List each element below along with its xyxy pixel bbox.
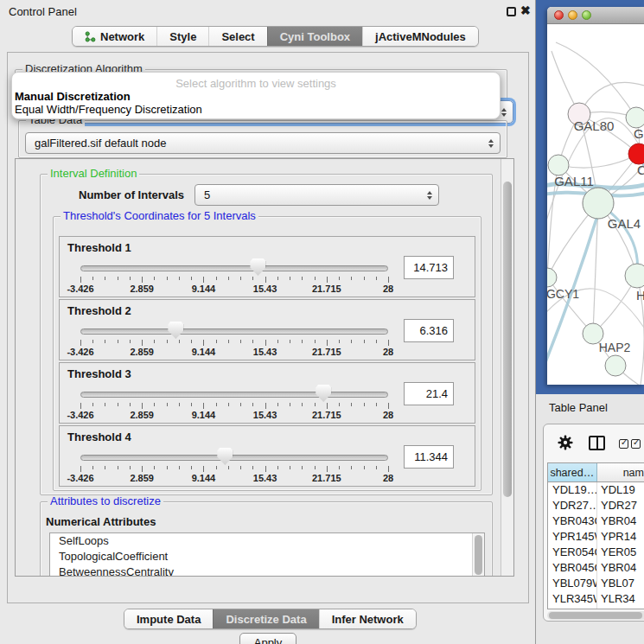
attribute-items: SelfLoopsTopologicalCoefficientBetweenne… [50, 533, 484, 577]
tab-infer-network[interactable]: Infer Network [319, 609, 416, 628]
threshold-label: Threshold 1 [67, 241, 131, 254]
cell-shared-name[interactable]: YBL079W [548, 576, 597, 591]
float-window-icon[interactable] [507, 7, 516, 16]
cell-shared-name[interactable]: YDL19… [548, 482, 597, 498]
cell-name[interactable]: YDR27 [597, 498, 644, 513]
number-of-intervals-combobox[interactable]: 5 [194, 184, 439, 206]
attribute-list-scrollbar[interactable] [472, 533, 484, 577]
network-window-titlebar[interactable] [547, 7, 644, 24]
table-row[interactable]: YDL19…YDL19 [548, 482, 644, 498]
algorithm-option-equal-width-frequency-discretization[interactable]: Equal Width/Frequency Discretization [12, 103, 500, 116]
cell-name[interactable]: YER05 [597, 545, 644, 560]
apply-button[interactable]: Apply [239, 633, 296, 644]
close-traffic-light-icon[interactable] [554, 10, 564, 20]
algorithm-option-manual-discretization[interactable]: Manual Discretization [12, 90, 500, 103]
column-header-shared-name[interactable]: shared… [548, 463, 597, 481]
slider-tick [277, 403, 278, 406]
table-row[interactable]: YLR345WYLR34 [548, 591, 644, 607]
cell-shared-name[interactable]: YBR043C [548, 513, 597, 529]
slider-tick-label: 9.144 [192, 410, 216, 420]
attribute-item-betweennesscentrality[interactable]: BetweennessCentrality [50, 564, 484, 577]
cell-shared-name[interactable]: YBR045C [548, 560, 597, 576]
table-horizontal-scrollbar[interactable] [547, 611, 644, 620]
network-node[interactable] [548, 155, 569, 175]
close-icon[interactable]: ✖ [520, 3, 531, 17]
table-row[interactable]: YIL052CYIL05 [548, 607, 644, 609]
network-node[interactable] [547, 268, 557, 287]
threshold-label: Threshold 2 [67, 304, 131, 317]
threshold-slider-thumb[interactable] [250, 258, 265, 276]
network-edge[interactable] [558, 154, 639, 168]
slider-tick [277, 466, 278, 469]
cell-shared-name[interactable]: YPR145W [548, 529, 597, 545]
panel-vertical-scrollbar[interactable] [501, 159, 513, 576]
cell-shared-name[interactable]: YER054C [548, 545, 597, 560]
network-node-label: HAP2 [599, 341, 631, 354]
threshold-value-field[interactable]: 6.316 [404, 319, 454, 342]
table-row[interactable]: YBR045CYBR04 [548, 560, 644, 576]
minimize-traffic-light-icon[interactable] [568, 10, 577, 20]
combo-stepper-icon [501, 108, 507, 117]
cell-shared-name[interactable]: YDR27… [548, 498, 597, 513]
threshold-value-field[interactable]: 21.4 [404, 382, 454, 405]
slider-tick-label: 15.43 [253, 347, 277, 357]
threshold-slider-thumb[interactable] [217, 448, 233, 465]
checkbox-icon[interactable] [619, 439, 628, 449]
network-canvas[interactable]: GAL80GCGAL11GAL4GCY1HHAP2 [547, 25, 644, 385]
tab-discretize-data[interactable]: Discretize Data [213, 609, 318, 628]
tab-select[interactable]: Select [208, 27, 266, 46]
table-row[interactable]: YBR043CYBR04 [548, 513, 644, 529]
cell-name[interactable]: YBR04 [597, 560, 644, 576]
column-header-name[interactable]: name [597, 463, 644, 481]
split-columns-icon[interactable] [589, 436, 605, 450]
cell-name[interactable]: YLR34 [597, 591, 644, 607]
gear-icon[interactable] [558, 435, 573, 454]
table-data-combobox[interactable]: galFiltered.sif default node [25, 132, 501, 154]
cell-shared-name[interactable]: YIL052C [548, 607, 597, 609]
network-node[interactable] [583, 188, 614, 219]
cell-name[interactable]: YBL07 [597, 576, 644, 591]
network-edge[interactable] [556, 42, 636, 118]
network-node[interactable] [605, 355, 626, 376]
tab-impute-data[interactable]: Impute Data [124, 609, 213, 628]
threshold-slider-track[interactable] [80, 328, 388, 335]
network-node[interactable] [628, 143, 644, 164]
tab-network[interactable]: Network [73, 27, 156, 46]
cell-name[interactable]: YBR04 [597, 513, 644, 529]
zoom-traffic-light-icon[interactable] [582, 10, 591, 20]
threshold-slider-thumb[interactable] [168, 322, 183, 339]
table-row[interactable]: YER054CYER05 [548, 545, 644, 560]
table-panel-card: shared… name YDL19…YDL19YDR27…YDR27YBR04… [543, 424, 644, 622]
slider-tick [179, 466, 180, 469]
threshold-value-field[interactable]: 11.344 [404, 445, 454, 469]
threshold-slider-thumb[interactable] [316, 385, 331, 402]
threshold-slider-track[interactable] [80, 455, 388, 461]
threshold-panel: Threshold 3 21.4 -3.4262.8599.14415.4321… [59, 362, 475, 424]
slider-tick [154, 466, 155, 469]
scrollbar-thumb[interactable] [475, 535, 482, 575]
tab-cyni-toolbox[interactable]: Cyni Toolbox [267, 27, 362, 46]
threshold-slider-track[interactable] [80, 392, 388, 398]
cell-name[interactable]: YIL05 [597, 607, 644, 609]
scrollbar-thumb[interactable] [549, 612, 642, 619]
cell-name[interactable]: YPR14 [597, 529, 644, 545]
slider-tick-label: -3.426 [67, 410, 93, 420]
cell-name[interactable]: YDL19 [597, 482, 644, 498]
network-graph[interactable]: GAL80GCGAL11GAL4GCY1HHAP2 [547, 25, 644, 385]
threshold-slider-track[interactable] [80, 265, 388, 271]
network-node[interactable] [626, 107, 644, 128]
attribute-item-topologicalcoefficient[interactable]: TopologicalCoefficient [50, 549, 484, 564]
tab-style[interactable]: Style [156, 27, 208, 46]
network-node[interactable] [625, 264, 644, 288]
network-edge[interactable] [547, 277, 593, 334]
cell-shared-name[interactable]: YLR345W [548, 591, 597, 607]
threshold-value-field[interactable]: 14.713 [404, 256, 454, 279]
table-row[interactable]: YPR145WYPR14 [548, 529, 644, 545]
table-row[interactable]: YBL079WYBL07 [548, 576, 644, 591]
table-row[interactable]: YDR27…YDR27 [548, 498, 644, 513]
scrollbar-thumb[interactable] [503, 182, 512, 497]
slider-tick [290, 277, 290, 280]
tab-jactivemnodules[interactable]: jActiveMNodules [362, 27, 478, 46]
checkbox-icon[interactable] [631, 439, 641, 449]
attribute-item-selfloops[interactable]: SelfLoops [50, 533, 484, 549]
